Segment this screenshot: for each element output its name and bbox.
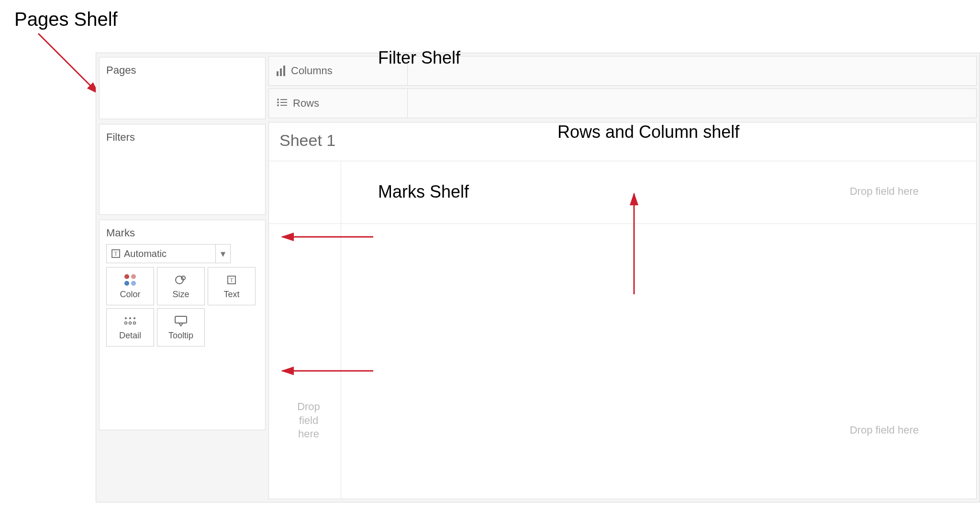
mark-text-button[interactable]: T Text [208,267,256,305]
svg-rect-13 [280,102,287,103]
drop-hint-left: Drop field here [292,400,325,441]
marks-type-value: Automatic [124,248,167,259]
svg-point-6 [125,322,127,324]
mark-tooltip-button[interactable]: Tooltip [157,308,205,346]
columns-shelf-dropzone[interactable] [408,56,976,85]
rows-shelf-label-area: Rows [269,89,408,118]
svg-point-8 [134,322,136,324]
annotation-pages-shelf-label: Pages Shelf [14,9,118,30]
drop-hint-top: Drop field here [850,185,919,198]
svg-rect-9 [175,316,187,323]
svg-point-12 [277,101,279,103]
svg-rect-15 [280,105,287,106]
mark-size-button[interactable]: Size [157,267,205,305]
viz-row-divider [269,223,976,224]
text-icon: T [227,273,236,287]
annotation-marks-shelf-label: Marks Shelf [378,182,469,202]
mark-tooltip-label: Tooltip [168,331,193,341]
text-mark-icon: T [111,249,120,258]
marks-type-dropdown[interactable]: T Automatic ▾ [106,244,231,263]
svg-point-10 [277,99,279,100]
pages-shelf-title: Pages [106,62,258,81]
sheet-title[interactable]: Sheet 1 [279,131,335,150]
svg-rect-11 [280,99,287,100]
tableau-workspace-panel: Pages Filters Marks T Automatic ▾ [96,53,980,502]
columns-icon [277,66,285,76]
marks-buttons-grid: Color Size T Text [106,267,258,346]
chevron-down-icon: ▾ [215,245,225,263]
mark-detail-button[interactable]: Detail [106,308,154,346]
rows-icon [277,97,287,110]
viz-canvas[interactable]: Sheet 1 Drop field here Drop field here … [268,122,977,499]
columns-shelf-label: Columns [291,65,333,77]
svg-point-7 [129,322,132,324]
detail-icon [124,314,136,328]
svg-point-3 [125,317,127,319]
viz-grid: Drop field here Drop field here Drop fie… [269,161,976,499]
svg-point-5 [134,317,135,319]
mark-text-label: Text [223,290,239,300]
mark-size-label: Size [172,290,189,300]
annotation-rows-cols-label: Rows and Column shelf [557,122,739,142]
color-dots-icon [124,273,136,287]
viz-col-divider [341,161,341,499]
columns-shelf[interactable]: Columns [268,56,977,86]
filters-shelf-title: Filters [106,129,258,148]
annotation-filter-shelf-label: Filter Shelf [378,48,460,68]
marks-shelf-title: Marks [106,225,258,244]
mark-color-label: Color [120,290,140,300]
size-icon [175,273,187,287]
tooltip-icon [174,314,188,328]
rows-shelf[interactable]: Rows [268,89,977,118]
drop-hint-main: Drop field here [850,424,919,436]
marks-shelf: Marks T Automatic ▾ Color [99,220,266,430]
svg-point-14 [277,104,279,106]
main-area: Columns Rows Sheet 1 [268,53,980,502]
filters-shelf[interactable]: Filters [99,124,266,215]
svg-line-0 [38,33,98,93]
left-sidebar: Pages Filters Marks T Automatic ▾ [96,53,268,502]
rows-shelf-label: Rows [293,97,319,110]
pages-shelf[interactable]: Pages [99,57,266,119]
mark-color-button[interactable]: Color [106,267,154,305]
mark-detail-label: Detail [119,331,141,341]
svg-point-4 [129,317,131,319]
rows-shelf-dropzone[interactable] [408,89,976,118]
